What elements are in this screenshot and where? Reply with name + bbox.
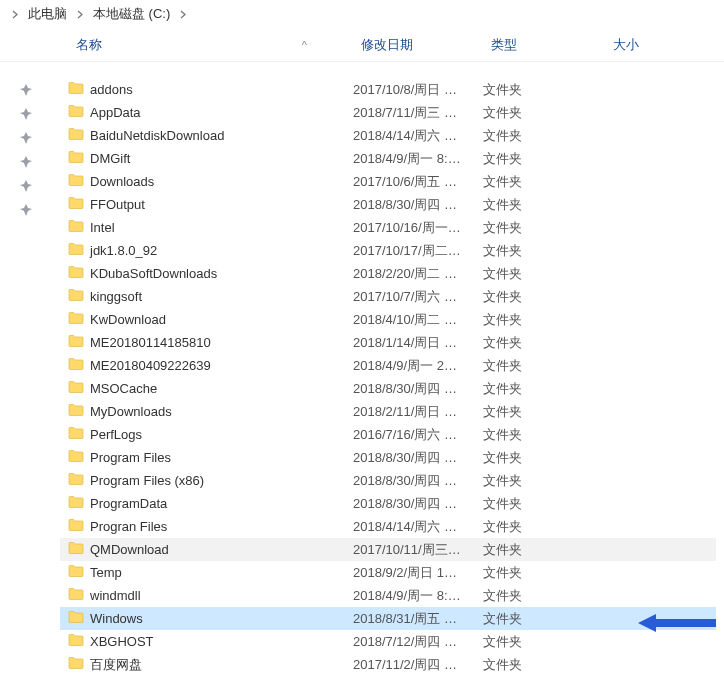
breadcrumb-sep-icon bbox=[6, 10, 24, 19]
file-name-label: Downloads bbox=[90, 174, 154, 189]
pin-icon[interactable] bbox=[20, 108, 32, 123]
cell-type: 文件夹 bbox=[483, 334, 605, 352]
table-row[interactable]: XBGHOST2018/7/12/周四 …文件夹 bbox=[60, 630, 716, 653]
pin-icon[interactable] bbox=[20, 204, 32, 219]
cell-type: 文件夹 bbox=[483, 265, 605, 283]
cell-name: ProgramData bbox=[68, 494, 353, 513]
folder-icon bbox=[68, 379, 84, 398]
file-name-label: KDubaSoftDownloads bbox=[90, 266, 217, 281]
cell-type: 文件夹 bbox=[483, 449, 605, 467]
table-row[interactable]: PerfLogs2016/7/16/周六 …文件夹 bbox=[60, 423, 716, 446]
table-row[interactable]: Program Files (x86)2018/8/30/周四 …文件夹 bbox=[60, 469, 716, 492]
folder-icon bbox=[68, 80, 84, 99]
cell-name: ME20180114185810 bbox=[68, 333, 353, 352]
cell-type: 文件夹 bbox=[483, 150, 605, 168]
column-header-size[interactable]: 大小 bbox=[605, 30, 685, 60]
table-row[interactable]: DMGift2018/4/9/周一 8:…文件夹 bbox=[60, 147, 716, 170]
table-row[interactable]: FFOutput2018/8/30/周四 …文件夹 bbox=[60, 193, 716, 216]
table-row[interactable]: Downloads2017/10/6/周五 …文件夹 bbox=[60, 170, 716, 193]
folder-icon bbox=[68, 149, 84, 168]
file-name-label: AppData bbox=[90, 105, 141, 120]
cell-name: QMDownload bbox=[68, 540, 353, 559]
folder-icon bbox=[68, 195, 84, 214]
cell-date: 2016/7/16/周六 … bbox=[353, 426, 483, 444]
table-row[interactable]: Intel2017/10/16/周一…文件夹 bbox=[60, 216, 716, 239]
file-name-label: QMDownload bbox=[90, 542, 169, 557]
cell-date: 2018/4/14/周六 … bbox=[353, 127, 483, 145]
column-header-name-label: 名称 bbox=[76, 36, 102, 54]
column-header-date[interactable]: 修改日期 bbox=[353, 30, 483, 60]
cell-name: XBGHOST bbox=[68, 632, 353, 651]
cell-name: 百度网盘 bbox=[68, 655, 353, 674]
table-row[interactable]: Windows2018/8/31/周五 …文件夹 bbox=[60, 607, 716, 630]
cell-type: 文件夹 bbox=[483, 587, 605, 605]
cell-name: FFOutput bbox=[68, 195, 353, 214]
table-row[interactable]: addons2017/10/8/周日 …文件夹 bbox=[60, 78, 716, 101]
cell-date: 2017/11/2/周四 … bbox=[353, 656, 483, 674]
file-name-label: ME20180114185810 bbox=[90, 335, 211, 350]
cell-date: 2017/10/6/周五 … bbox=[353, 173, 483, 191]
table-row[interactable]: Program Files2018/8/30/周四 …文件夹 bbox=[60, 446, 716, 469]
column-header-name[interactable]: 名称 ^ bbox=[68, 30, 353, 60]
table-row[interactable]: ME201804092226392018/4/9/周一 2…文件夹 bbox=[60, 354, 716, 377]
cell-type: 文件夹 bbox=[483, 656, 605, 674]
breadcrumb-item[interactable]: 本地磁盘 (C:) bbox=[89, 3, 174, 25]
pin-icon[interactable] bbox=[20, 132, 32, 147]
breadcrumb-sep-icon bbox=[71, 10, 89, 19]
table-row[interactable]: Temp2018/9/2/周日 1…文件夹 bbox=[60, 561, 716, 584]
cell-name: Downloads bbox=[68, 172, 353, 191]
table-row[interactable]: kinggsoft2017/10/7/周六 …文件夹 bbox=[60, 285, 716, 308]
table-row[interactable]: KwDownload2018/4/10/周二 …文件夹 bbox=[60, 308, 716, 331]
cell-name: addons bbox=[68, 80, 353, 99]
table-row[interactable]: MSOCache2018/8/30/周四 …文件夹 bbox=[60, 377, 716, 400]
table-row[interactable]: windmdll2018/4/9/周一 8:…文件夹 bbox=[60, 584, 716, 607]
folder-icon bbox=[68, 586, 84, 605]
breadcrumb-item[interactable]: 此电脑 bbox=[24, 3, 71, 25]
folder-icon bbox=[68, 333, 84, 352]
table-row[interactable]: BaiduNetdiskDownload2018/4/14/周六 …文件夹 bbox=[60, 124, 716, 147]
file-name-label: DMGift bbox=[90, 151, 130, 166]
file-name-label: Progran Files bbox=[90, 519, 167, 534]
table-row[interactable]: Progran Files2018/4/14/周六 …文件夹 bbox=[60, 515, 716, 538]
table-row[interactable]: KDubaSoftDownloads2018/2/20/周二 …文件夹 bbox=[60, 262, 716, 285]
table-row[interactable]: MyDownloads2018/2/11/周日 …文件夹 bbox=[60, 400, 716, 423]
file-name-label: XBGHOST bbox=[90, 634, 154, 649]
table-row[interactable]: AppData2018/7/11/周三 …文件夹 bbox=[60, 101, 716, 124]
cell-name: Intel bbox=[68, 218, 353, 237]
pin-icon[interactable] bbox=[20, 180, 32, 195]
cell-date: 2018/8/30/周四 … bbox=[353, 449, 483, 467]
cell-type: 文件夹 bbox=[483, 610, 605, 628]
cell-date: 2018/7/11/周三 … bbox=[353, 104, 483, 122]
table-row[interactable]: ME201801141858102018/1/14/周日 …文件夹 bbox=[60, 331, 716, 354]
folder-icon bbox=[68, 241, 84, 260]
cell-name: MyDownloads bbox=[68, 402, 353, 421]
cell-type: 文件夹 bbox=[483, 426, 605, 444]
table-row[interactable]: ProgramData2018/8/30/周四 …文件夹 bbox=[60, 492, 716, 515]
cell-type: 文件夹 bbox=[483, 242, 605, 260]
cell-name: Program Files bbox=[68, 448, 353, 467]
cell-name: Windows bbox=[68, 609, 353, 628]
column-header-type[interactable]: 类型 bbox=[483, 30, 605, 60]
annotation-arrow-icon bbox=[638, 612, 716, 637]
file-name-label: Program Files (x86) bbox=[90, 473, 204, 488]
cell-date: 2017/10/11/周三… bbox=[353, 541, 483, 559]
file-name-label: KwDownload bbox=[90, 312, 166, 327]
breadcrumb[interactable]: 此电脑 本地磁盘 (C:) bbox=[0, 0, 724, 28]
folder-icon bbox=[68, 126, 84, 145]
cell-name: KDubaSoftDownloads bbox=[68, 264, 353, 283]
folder-icon bbox=[68, 310, 84, 329]
cell-date: 2018/4/9/周一 8:… bbox=[353, 150, 483, 168]
pin-icon[interactable] bbox=[20, 84, 32, 99]
folder-icon bbox=[68, 264, 84, 283]
cell-name: Program Files (x86) bbox=[68, 471, 353, 490]
pin-icon[interactable] bbox=[20, 156, 32, 171]
cell-type: 文件夹 bbox=[483, 311, 605, 329]
table-row[interactable]: 百度网盘2017/11/2/周四 …文件夹 bbox=[60, 653, 716, 676]
cell-type: 文件夹 bbox=[483, 173, 605, 191]
folder-icon bbox=[68, 540, 84, 559]
table-row[interactable]: jdk1.8.0_922017/10/17/周二…文件夹 bbox=[60, 239, 716, 262]
file-list[interactable]: addons2017/10/8/周日 …文件夹AppData2018/7/11/… bbox=[60, 78, 716, 682]
cell-name: jdk1.8.0_92 bbox=[68, 241, 353, 260]
table-row[interactable]: QMDownload2017/10/11/周三…文件夹 bbox=[60, 538, 716, 561]
file-name-label: windmdll bbox=[90, 588, 141, 603]
